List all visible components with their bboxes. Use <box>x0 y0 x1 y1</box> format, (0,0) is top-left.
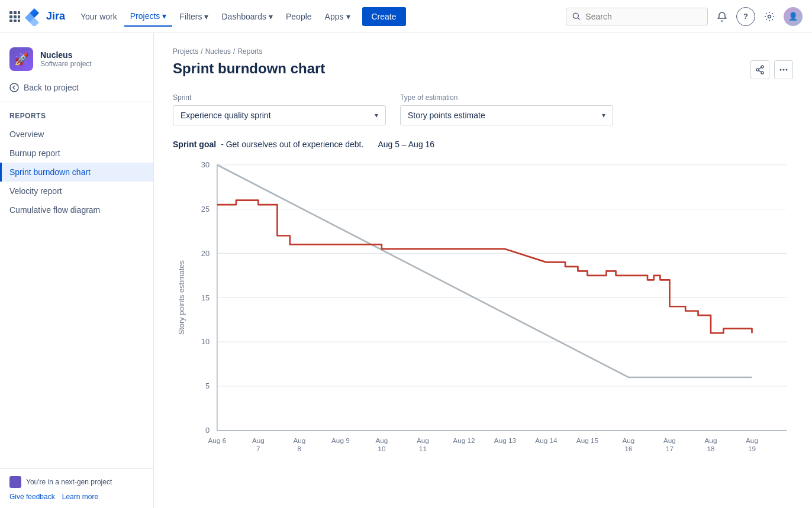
svg-rect-6 <box>9 20 12 22</box>
share-icon <box>755 65 765 75</box>
sidebar-item-cumulative-flow[interactable]: Cumulative flow diagram <box>0 200 153 219</box>
svg-point-11 <box>768 15 771 18</box>
apps-chevron-icon: ▾ <box>346 12 350 21</box>
sprint-filter-value: Experience quality sprint <box>181 111 271 120</box>
svg-point-19 <box>783 69 785 71</box>
breadcrumb-projects[interactable]: Projects <box>173 47 198 56</box>
help-button[interactable]: ? <box>736 7 755 26</box>
svg-text:Aug 13: Aug 13 <box>494 436 517 444</box>
svg-text:Aug: Aug <box>375 436 388 444</box>
filters-row: Sprint Experience quality sprint ▾ Type … <box>173 93 793 125</box>
svg-text:7: 7 <box>256 445 260 452</box>
svg-rect-3 <box>9 15 12 18</box>
filters-chevron-icon: ▾ <box>204 12 208 21</box>
svg-text:30: 30 <box>201 160 210 169</box>
sprint-goal-label: Sprint goal <box>173 140 216 149</box>
svg-text:Story points estimates: Story points estimates <box>177 260 186 335</box>
svg-rect-7 <box>14 20 17 22</box>
avatar[interactable]: 👤 <box>784 7 803 26</box>
svg-line-10 <box>578 18 579 20</box>
more-options-button[interactable] <box>774 60 793 79</box>
svg-text:10: 10 <box>201 337 210 346</box>
estimation-filter-select[interactable]: Story points estimate ▾ <box>400 105 613 125</box>
back-to-project-button[interactable]: Back to project <box>0 78 153 97</box>
search-input[interactable] <box>585 12 701 21</box>
badge-square-icon <box>9 476 21 488</box>
svg-rect-0 <box>9 11 12 14</box>
sprint-filter-arrow-icon: ▾ <box>375 111 378 119</box>
breadcrumb-sep-1: / <box>201 47 202 56</box>
estimation-filter-group: Type of estimation Story points estimate… <box>400 93 613 125</box>
next-gen-text: You're in a next-gen project <box>26 478 112 486</box>
header-actions <box>750 60 793 79</box>
sprint-filter-select[interactable]: Experience quality sprint ▾ <box>173 105 386 125</box>
back-arrow-icon <box>9 83 19 92</box>
search-icon <box>572 12 581 21</box>
burndown-chart: Story points estimates 0 5 10 15 20 25 <box>173 158 793 462</box>
sprint-goal: Sprint goal - Get ourselves out of exper… <box>173 140 793 149</box>
svg-text:Aug: Aug <box>622 436 634 444</box>
svg-text:Aug 12: Aug 12 <box>453 436 475 444</box>
svg-text:20: 20 <box>201 249 210 258</box>
project-icon: 🚀 <box>9 47 33 71</box>
nav-projects[interactable]: Projects ▾ <box>124 7 173 27</box>
sidebar-item-velocity[interactable]: Velocity report <box>0 182 153 200</box>
svg-point-18 <box>780 69 782 71</box>
svg-rect-1 <box>14 11 17 14</box>
search-box[interactable] <box>566 8 708 25</box>
svg-text:17: 17 <box>666 445 674 452</box>
project-type: Software project <box>40 60 92 68</box>
svg-point-14 <box>761 72 763 74</box>
svg-text:5: 5 <box>205 381 210 390</box>
nav-your-work[interactable]: Your work <box>75 7 123 26</box>
sprint-goal-text: - Get ourselves out of experience debt. <box>221 140 363 149</box>
svg-text:0: 0 <box>205 426 210 435</box>
nav-items: Your work Projects ▾ Filters ▾ Dashboard… <box>75 7 566 27</box>
main-content: Projects / Nucleus / Reports Sprint burn… <box>154 33 812 508</box>
jira-logo-text: Jira <box>46 10 65 22</box>
svg-text:8: 8 <box>298 445 302 452</box>
svg-text:10: 10 <box>378 445 386 452</box>
page-title: Sprint burndown chart <box>173 60 325 77</box>
sidebar-item-sprint-burndown[interactable]: Sprint burndown chart <box>0 163 153 182</box>
page-header: Sprint burndown chart <box>173 60 793 79</box>
project-info: Nucleus Software project <box>40 50 92 68</box>
create-button[interactable]: Create <box>362 7 406 26</box>
gear-icon <box>764 11 775 22</box>
estimation-filter-label: Type of estimation <box>400 93 613 102</box>
sidebar-bottom-links: Give feedback Learn more <box>9 493 144 501</box>
svg-rect-5 <box>18 15 20 18</box>
apps-grid-icon[interactable] <box>9 11 20 22</box>
sidebar-item-burnup[interactable]: Burnup report <box>0 144 153 163</box>
top-nav: Jira Your work Projects ▾ Filters ▾ Dash… <box>0 0 812 33</box>
breadcrumb: Projects / Nucleus / Reports <box>173 47 793 56</box>
settings-button[interactable] <box>760 7 779 26</box>
svg-text:Aug: Aug <box>252 436 265 444</box>
share-button[interactable] <box>750 60 769 79</box>
jira-logo[interactable]: Jira <box>25 7 65 26</box>
svg-text:25: 25 <box>201 205 210 213</box>
svg-text:Aug: Aug <box>663 436 676 444</box>
nav-dashboards[interactable]: Dashboards ▾ <box>215 7 279 26</box>
nav-apps[interactable]: Apps ▾ <box>319 7 356 26</box>
sprint-filter-group: Sprint Experience quality sprint ▾ <box>173 93 386 125</box>
breadcrumb-reports[interactable]: Reports <box>237 47 262 56</box>
learn-more-link[interactable]: Learn more <box>62 493 98 501</box>
svg-text:Aug: Aug <box>417 436 429 444</box>
svg-text:Aug: Aug <box>746 436 758 444</box>
svg-point-13 <box>761 66 763 68</box>
svg-text:16: 16 <box>624 445 633 452</box>
svg-line-17 <box>759 70 761 72</box>
sidebar-bottom: You're in a next-gen project Give feedba… <box>0 468 153 508</box>
notifications-button[interactable] <box>713 7 732 26</box>
give-feedback-link[interactable]: Give feedback <box>9 493 55 501</box>
nav-people[interactable]: People <box>280 7 318 26</box>
bell-icon <box>717 11 727 22</box>
svg-line-16 <box>759 67 761 69</box>
svg-text:19: 19 <box>748 445 756 452</box>
breadcrumb-nucleus[interactable]: Nucleus <box>205 47 231 56</box>
sidebar-item-overview[interactable]: Overview <box>0 125 153 144</box>
sprint-filter-label: Sprint <box>173 93 386 102</box>
svg-rect-4 <box>14 15 17 18</box>
nav-filters[interactable]: Filters ▾ <box>173 7 214 26</box>
